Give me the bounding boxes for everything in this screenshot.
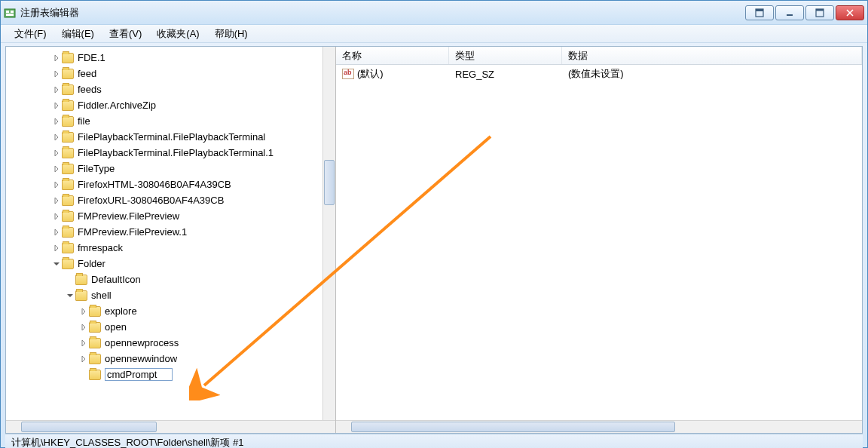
list-body[interactable]: (默认)REG_SZ(数值未设置) bbox=[336, 65, 862, 420]
svg-rect-8 bbox=[816, 9, 824, 11]
menu-help[interactable]: 帮助(H) bbox=[207, 25, 255, 43]
expand-arrow-icon[interactable] bbox=[51, 195, 62, 206]
window-controls bbox=[745, 5, 864, 20]
value-name-text: (默认) bbox=[357, 67, 384, 81]
tree-node[interactable]: feed bbox=[6, 66, 335, 81]
statusbar-path: 计算机\HKEY_CLASSES_ROOT\Folder\shell\新项 #1 bbox=[11, 436, 244, 449]
tree-node[interactable]: shell bbox=[6, 287, 335, 303]
folder-icon bbox=[62, 211, 74, 222]
tree-node[interactable]: FirefoxHTML-308046B0AF4A39CB bbox=[6, 176, 335, 192]
expand-arrow-icon[interactable] bbox=[51, 180, 62, 190]
expand-arrow-icon[interactable] bbox=[51, 243, 62, 253]
value-row[interactable]: (默认)REG_SZ(数值未设置) bbox=[336, 66, 862, 81]
menu-edit[interactable]: 编辑(E) bbox=[54, 25, 102, 43]
svg-rect-2 bbox=[11, 11, 14, 13]
tree-node-label: Fiddler.ArchiveZip bbox=[78, 100, 156, 111]
folder-icon bbox=[75, 275, 87, 285]
expand-arrow-icon[interactable] bbox=[78, 354, 89, 364]
expand-arrow-icon[interactable] bbox=[78, 306, 89, 317]
tree-vertical-scroll-thumb[interactable] bbox=[324, 160, 335, 205]
tree-node-label: shell bbox=[91, 290, 112, 301]
folder-icon bbox=[89, 338, 101, 348]
extra-button[interactable] bbox=[745, 5, 774, 20]
folder-icon bbox=[62, 227, 74, 238]
tree-scroll-area[interactable]: FDE.1feedfeedsFiddler.ArchiveZipfileFile… bbox=[6, 47, 335, 420]
folder-icon bbox=[62, 195, 74, 206]
tree-vertical-scrollbar[interactable] bbox=[322, 47, 335, 420]
expand-arrow-icon[interactable] bbox=[78, 338, 89, 348]
content-area: FDE.1feedfeedsFiddler.ArchiveZipfileFile… bbox=[5, 46, 863, 434]
expand-arrow-icon[interactable] bbox=[78, 322, 89, 333]
menu-file[interactable]: 文件(F) bbox=[7, 25, 54, 43]
tree-node[interactable] bbox=[6, 367, 335, 382]
tree-node[interactable]: Fiddler.ArchiveZip bbox=[6, 97, 335, 113]
tree-node-label: fmrespack bbox=[78, 242, 123, 253]
column-header-name[interactable]: 名称 bbox=[336, 47, 449, 64]
tree-node[interactable]: opennewwindow bbox=[6, 351, 335, 367]
tree-node[interactable]: FMPreview.FilePreview.1 bbox=[6, 224, 335, 240]
tree-node-label: Folder bbox=[78, 258, 105, 269]
svg-rect-1 bbox=[6, 11, 9, 13]
list-horizontal-scroll-thumb[interactable] bbox=[351, 422, 675, 432]
titlebar: 注册表编辑器 bbox=[1, 1, 867, 25]
tree-node-label: feeds bbox=[78, 84, 102, 95]
tree-node[interactable]: FilePlaybackTerminal.FilePlaybackTermina… bbox=[6, 129, 335, 145]
expand-arrow-icon[interactable] bbox=[51, 132, 62, 143]
expand-arrow-icon[interactable] bbox=[51, 69, 62, 79]
expand-arrow-icon[interactable] bbox=[51, 227, 62, 238]
tree-node-label: FileType bbox=[78, 163, 115, 174]
tree-node[interactable]: file bbox=[6, 113, 335, 129]
list-header: 名称 类型 数据 bbox=[336, 47, 862, 65]
expand-arrow-icon[interactable] bbox=[51, 211, 62, 222]
collapse-arrow-icon[interactable] bbox=[51, 259, 62, 269]
column-header-type[interactable]: 类型 bbox=[449, 47, 562, 64]
expand-arrow-icon[interactable] bbox=[51, 148, 62, 158]
folder-icon bbox=[62, 164, 74, 174]
tree-node-label: DefaultIcon bbox=[91, 274, 141, 285]
folder-icon bbox=[62, 180, 74, 190]
tree-node[interactable]: FMPreview.FilePreview bbox=[6, 208, 335, 224]
rename-input[interactable] bbox=[105, 368, 173, 381]
value-list-panel: 名称 类型 数据 (默认)REG_SZ(数值未设置) bbox=[336, 47, 862, 433]
folder-icon bbox=[89, 354, 101, 364]
tree-node[interactable]: Folder bbox=[6, 256, 335, 272]
expand-arrow-icon[interactable] bbox=[51, 84, 62, 95]
tree-node-label: FilePlaybackTerminal.FilePlaybackTermina… bbox=[78, 131, 265, 143]
tree-node[interactable]: open bbox=[6, 319, 335, 335]
value-name-cell: (默认) bbox=[336, 67, 449, 81]
tree-node[interactable]: FilePlaybackTerminal.FilePlaybackTermina… bbox=[6, 145, 335, 161]
tree-node[interactable]: explore bbox=[6, 303, 335, 319]
tree-node[interactable]: fmrespack bbox=[6, 240, 335, 256]
tree-horizontal-scroll-thumb[interactable] bbox=[21, 422, 157, 432]
collapse-arrow-icon[interactable] bbox=[65, 290, 75, 301]
minimize-button[interactable] bbox=[775, 5, 804, 20]
list-horizontal-scrollbar[interactable] bbox=[336, 420, 862, 433]
close-button[interactable] bbox=[836, 5, 864, 20]
tree-node[interactable]: FDE.1 bbox=[6, 50, 335, 66]
tree-node-label: opennewwindow bbox=[105, 353, 177, 364]
tree-node[interactable]: opennewprocess bbox=[6, 335, 335, 351]
tree-node[interactable]: DefaultIcon bbox=[6, 272, 335, 287]
menu-view[interactable]: 查看(V) bbox=[102, 25, 149, 43]
expand-arrow-icon[interactable] bbox=[51, 164, 62, 174]
tree-node[interactable]: feeds bbox=[6, 81, 335, 97]
registry-editor-window: 注册表编辑器 文件(F) 编辑(E) 查看(V) 收藏夹(A) 帮助(H) FD… bbox=[0, 0, 868, 448]
maximize-button[interactable] bbox=[805, 5, 834, 20]
tree-node-label: FirefoxHTML-308046B0AF4A39CB bbox=[78, 179, 231, 190]
expand-arrow-icon[interactable] bbox=[51, 53, 62, 63]
folder-icon bbox=[62, 259, 74, 269]
tree-node-label: feed bbox=[78, 68, 96, 79]
folder-icon bbox=[62, 100, 74, 111]
tree-node-label: FilePlaybackTerminal.FilePlaybackTermina… bbox=[78, 147, 274, 158]
tree-horizontal-scrollbar[interactable] bbox=[6, 420, 335, 433]
expand-arrow-icon[interactable] bbox=[51, 116, 62, 127]
menu-favorites[interactable]: 收藏夹(A) bbox=[149, 25, 206, 43]
folder-icon bbox=[62, 84, 74, 95]
value-type-cell: REG_SZ bbox=[449, 69, 562, 80]
folder-icon bbox=[62, 132, 74, 143]
column-header-data[interactable]: 数据 bbox=[562, 47, 862, 64]
tree-node[interactable]: FirefoxURL-308046B0AF4A39CB bbox=[6, 192, 335, 208]
tree-node-label: opennewprocess bbox=[105, 337, 179, 348]
tree-node[interactable]: FileType bbox=[6, 161, 335, 176]
expand-arrow-icon[interactable] bbox=[51, 100, 62, 111]
